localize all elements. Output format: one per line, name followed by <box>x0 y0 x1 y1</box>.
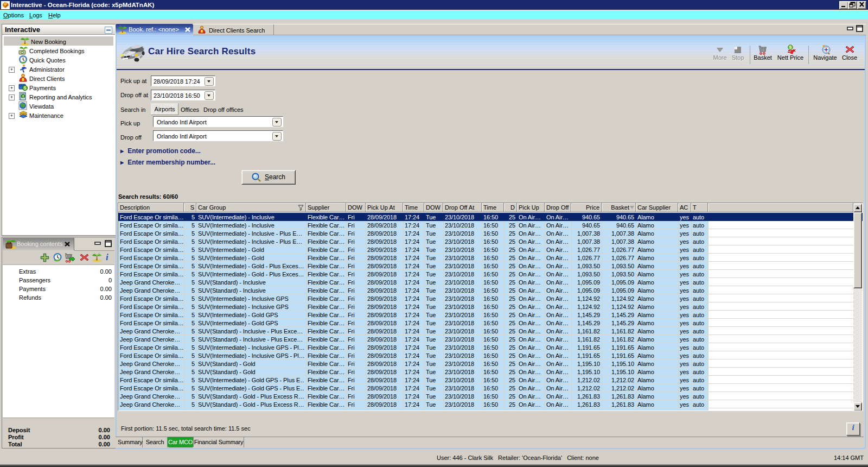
svg-text:$: $ <box>23 85 26 91</box>
svg-text:$: $ <box>789 45 792 50</box>
